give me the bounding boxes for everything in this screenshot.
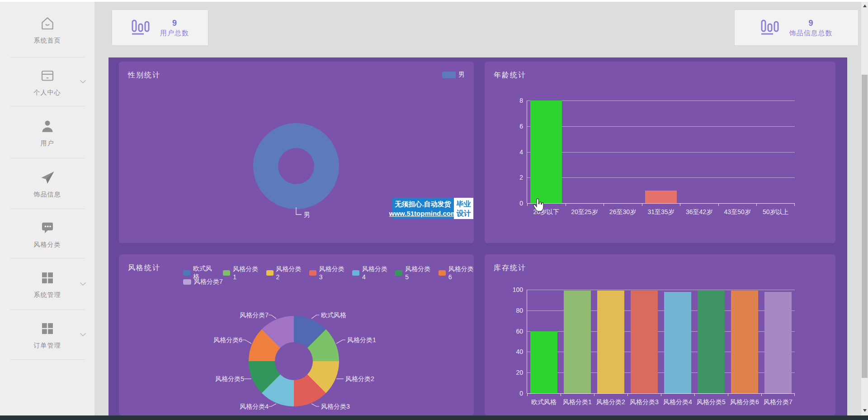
gender-legend-item[interactable]: 男 (442, 71, 465, 79)
sidebar-item-7[interactable]: 订单管理 (0, 310, 94, 360)
sidebar-item-label: 系统管理 (34, 291, 61, 299)
x-axis-tick (561, 393, 561, 396)
style-slice-label: 风格分类6 (209, 336, 242, 344)
x-category-label: 风格分类3 (630, 398, 659, 406)
y-axis-label: 0 (519, 200, 527, 207)
y-axis-label: 0 (519, 390, 527, 397)
bar-风格分类4[interactable] (664, 292, 691, 393)
bar-20岁以下[interactable] (530, 100, 562, 203)
bar-欧式风格[interactable] (530, 331, 557, 393)
x-axis-tick (756, 203, 757, 206)
x-category-label: 风格分类6 (730, 398, 759, 406)
style-slice-label: 风格分类7 (235, 311, 269, 320)
x-category-label: 风格分类2 (596, 398, 625, 406)
watermark-text-box: 无须担心.自动发货 www.51topmind.com (392, 198, 454, 219)
style-slice-label: 风格分类1 (347, 336, 376, 344)
bar-风格分类6[interactable] (731, 291, 758, 393)
chevron-down-icon (80, 77, 86, 86)
bar-风格分类1[interactable] (564, 291, 591, 393)
grid-icon (39, 320, 56, 337)
sidebar-item-2[interactable]: 个人中心 (0, 57, 94, 106)
legend-label: 风格分类6 (448, 265, 474, 281)
legend-label: 风格分类3 (319, 265, 344, 281)
style-legend-item[interactable]: 风格分类5 (395, 265, 430, 281)
bottom-bar (0, 415, 868, 420)
bar-风格分类2[interactable] (597, 291, 624, 393)
bar-风格分类5[interactable] (698, 291, 725, 393)
x-axis-tick (594, 393, 594, 396)
style-legend-item[interactable]: 风格分类6 (439, 265, 474, 281)
bar-31至35岁[interactable] (645, 191, 677, 203)
grid-icon (39, 269, 56, 286)
items-total-value: 9 (808, 18, 813, 29)
y-axis-line (527, 100, 527, 203)
sidebar-divider (10, 359, 85, 360)
style-legend-item[interactable]: 风格分类3 (309, 265, 344, 281)
gender-chart-title: 性别统计 (128, 71, 160, 80)
age-chart-title: 年龄统计 (494, 71, 526, 80)
style-legend-item[interactable]: 风格分类2 (266, 265, 302, 281)
sidebar-item-label: 风格分类 (34, 241, 61, 249)
sidebar-item-4[interactable]: 饰品信息 (0, 158, 94, 209)
style-chart-panel: 风格统计 欧式风格风格分类1风格分类2风格分类3风格分类4风格分类5风格分类6 … (119, 254, 474, 415)
scroll-up-arrow-icon[interactable] (861, 3, 868, 9)
style-slice-label: 风格分类5 (211, 375, 244, 383)
x-axis-tick (694, 393, 695, 396)
bar-stats-icon (760, 18, 780, 38)
y-axis-label: 4 (519, 148, 527, 156)
x-axis-tick (794, 393, 795, 396)
legend-label: 风格分类1 (233, 265, 258, 281)
legend-swatch (395, 270, 402, 276)
x-category-label: 风格分类7 (764, 398, 793, 406)
y-axis-label: 8 (519, 97, 527, 104)
y-axis-label: 80 (516, 307, 527, 314)
watermark-ad[interactable]: 无须担心.自动发货 www.51topmind.com 毕业 设计 (392, 198, 473, 219)
x-axis-tick (604, 203, 604, 206)
bar-风格分类3[interactable] (631, 291, 658, 393)
x-axis-tick (761, 393, 762, 396)
sidebar-item-1[interactable]: 系统首页 (0, 2, 94, 57)
x-axis-tick (627, 393, 628, 396)
watermark-url[interactable]: www.51topmind.com (389, 209, 457, 218)
style-legend-item[interactable]: 风格分类4 (352, 265, 387, 281)
style-legend-item[interactable]: 风格分类7 (183, 278, 223, 286)
age-chart-panel: 年龄统计 0246820岁以下20至25岁26至30岁31至35岁36至42岁4… (485, 62, 835, 243)
gender-donut[interactable] (253, 123, 339, 209)
legend-label: 风格分类2 (276, 265, 302, 281)
bar-风格分类7[interactable] (764, 292, 792, 393)
style-slice-label: 欧式风格 (321, 311, 346, 320)
x-axis-tick (794, 203, 795, 206)
style-legend-item[interactable]: 风格分类1 (223, 265, 258, 281)
legend-swatch (223, 270, 230, 276)
scroll-down-arrow-icon[interactable] (861, 407, 868, 414)
gridline-6 (527, 126, 795, 127)
x-category-label: 欧式风格 (531, 398, 557, 406)
legend-swatch (439, 270, 446, 276)
scrollbar-thumb[interactable] (862, 75, 868, 378)
sidebar-item-5[interactable]: 风格分类 (0, 209, 94, 258)
x-category-label: 36至42岁 (686, 208, 712, 216)
idcard-icon (39, 67, 56, 84)
legend-swatch (309, 270, 316, 276)
x-axis-tick (680, 203, 680, 206)
gender-donut-hole (278, 148, 314, 184)
items-total-label: 饰品信息总数 (789, 29, 833, 38)
sidebar-item-6[interactable]: 系统管理 (0, 258, 94, 310)
style-slice-label: 风格分类3 (321, 403, 350, 411)
sidebar-item-3[interactable]: 用户 (0, 106, 94, 158)
x-category-label: 31至35岁 (647, 208, 674, 216)
chevron-down-icon (80, 330, 86, 339)
x-category-label: 50岁以上 (763, 208, 789, 216)
sidebar-item-label: 个人中心 (34, 89, 61, 97)
x-axis-tick (566, 203, 566, 206)
user-icon (39, 118, 56, 135)
stat-card-items: 9 饰品信息总数 (735, 10, 858, 45)
style-slice-label: 风格分类4 (235, 403, 269, 411)
inventory-plot-area: 020406080100欧式风格风格分类1风格分类2风格分类3风格分类4风格分类… (527, 290, 795, 393)
vertical-scrollbar[interactable] (861, 2, 868, 415)
x-axis-tick (527, 393, 528, 396)
y-axis-label: 40 (516, 348, 527, 355)
age-plot-area: 0246820岁以下20至25岁26至30岁31至35岁36至42岁43至50岁… (527, 100, 795, 203)
home-icon (39, 15, 56, 32)
style-donut[interactable] (249, 316, 339, 406)
